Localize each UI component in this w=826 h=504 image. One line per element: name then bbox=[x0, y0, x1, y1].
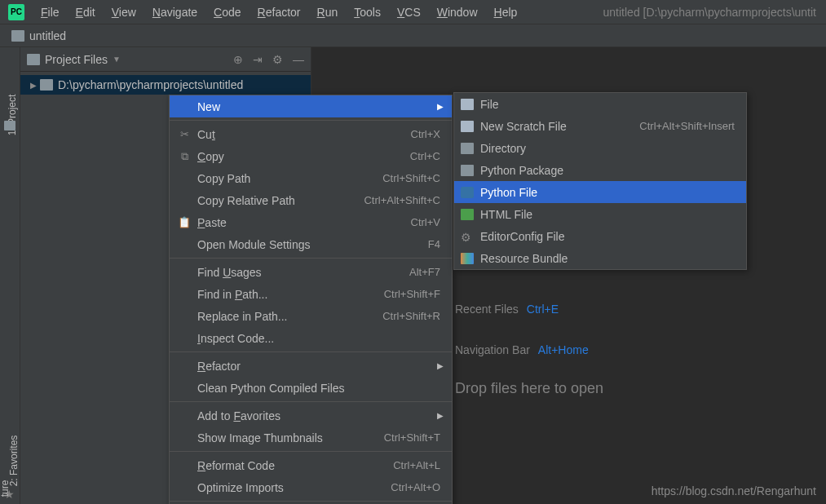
gutter-structure[interactable]: ture bbox=[0, 480, 11, 497]
hide-icon[interactable]: — bbox=[293, 53, 304, 66]
folder-icon bbox=[11, 30, 24, 42]
ctx-find-in-path-[interactable]: Find in Path...Ctrl+Shift+F bbox=[170, 283, 452, 305]
ctx-show-image-thumbnails[interactable]: Show Image ThumbnailsCtrl+Shift+T bbox=[170, 427, 452, 449]
breadcrumb-text: untitled bbox=[29, 29, 66, 42]
menu-code[interactable]: Code bbox=[205, 2, 249, 22]
menu-edit[interactable]: Edit bbox=[68, 2, 104, 22]
menu-navigate[interactable]: Navigate bbox=[144, 2, 205, 22]
tree-path: D:\pycharm\pycharmprojects\untitled bbox=[58, 78, 243, 91]
ctx-clean-python-compiled-files[interactable]: Clean Python Compiled Files bbox=[170, 377, 452, 399]
ctx-replace-in-path-[interactable]: Replace in Path...Ctrl+Shift+R bbox=[170, 305, 452, 327]
hint-recent: Recent Files Ctrl+E bbox=[455, 300, 559, 317]
app-icon: PC bbox=[8, 4, 24, 20]
window-title: untitled [D:\pycharm\pycharmprojects\unt… bbox=[603, 6, 823, 19]
new-editorconfig-file[interactable]: ⚙EditorConfig File bbox=[454, 225, 746, 247]
ctx-cut[interactable]: ✂CutCtrl+X bbox=[170, 123, 452, 145]
ctx-optimize-imports[interactable]: Optimize ImportsCtrl+Alt+O bbox=[170, 476, 452, 498]
new-submenu: FileNew Scratch FileCtrl+Alt+Shift+Inser… bbox=[453, 92, 747, 270]
gear-icon[interactable]: ⚙ bbox=[272, 53, 283, 66]
ctx-open-module-settings[interactable]: Open Module SettingsF4 bbox=[170, 233, 452, 255]
sidebar-header: Project Files ▼ ⊕ ⇥ ⚙ — bbox=[20, 47, 311, 72]
new-python-package[interactable]: Python Package bbox=[454, 159, 746, 181]
hint-nav: Navigation Bar Alt+Home bbox=[455, 341, 589, 358]
chevron-right-icon[interactable]: ▶ bbox=[30, 81, 37, 90]
menu-view[interactable]: View bbox=[104, 2, 144, 22]
menu-run[interactable]: Run bbox=[309, 2, 347, 22]
hint-drop: Drop files here to open bbox=[455, 380, 603, 397]
ctx-find-usages[interactable]: Find UsagesAlt+F7 bbox=[170, 261, 452, 283]
menubar: PC FileEditViewNavigateCodeRefactorRunTo… bbox=[0, 0, 826, 24]
structure-gutter: ture bbox=[0, 480, 20, 504]
folder-icon bbox=[40, 79, 53, 91]
ctx-inspect-code-[interactable]: Inspect Code... bbox=[170, 327, 452, 349]
new-new-scratch-file[interactable]: New Scratch FileCtrl+Alt+Shift+Insert bbox=[454, 115, 746, 137]
new-resource-bundle[interactable]: Resource Bundle bbox=[454, 247, 746, 269]
chevron-down-icon[interactable]: ▼ bbox=[113, 55, 121, 64]
ctx-refactor[interactable]: Refactor▶ bbox=[170, 355, 452, 377]
ctx-copy[interactable]: ⧉CopyCtrl+C bbox=[170, 145, 452, 167]
breadcrumb: untitled bbox=[0, 24, 826, 47]
new-directory[interactable]: Directory bbox=[454, 137, 746, 159]
new-python-file[interactable]: Python File bbox=[454, 181, 746, 203]
gutter-favorites[interactable]: 2: Favorites bbox=[8, 435, 20, 487]
menu-file[interactable]: File bbox=[33, 2, 68, 22]
left-gutter: 1: Project 2: Favorites ★ bbox=[0, 47, 20, 504]
tree-root[interactable]: ▶ D:\pycharm\pycharmprojects\untitled bbox=[20, 75, 311, 95]
menu-help[interactable]: Help bbox=[486, 2, 526, 22]
ctx-paste[interactable]: 📋PasteCtrl+V bbox=[170, 211, 452, 233]
collapse-icon[interactable]: ⇥ bbox=[253, 53, 263, 66]
menu-tools[interactable]: Tools bbox=[346, 2, 389, 22]
ctx-new[interactable]: New▶ bbox=[170, 95, 452, 117]
menu-vcs[interactable]: VCS bbox=[389, 2, 429, 22]
folder-icon bbox=[27, 54, 40, 65]
target-icon[interactable]: ⊕ bbox=[233, 53, 243, 66]
new-file[interactable]: File bbox=[454, 93, 746, 115]
new-html-file[interactable]: HTML File bbox=[454, 203, 746, 225]
sidebar-toolbar: ⊕ ⇥ ⚙ — bbox=[233, 53, 304, 66]
menu-window[interactable]: Window bbox=[429, 2, 486, 22]
ctx-add-to-favorites[interactable]: Add to Favorites▶ bbox=[170, 405, 452, 427]
menu-refactor[interactable]: Refactor bbox=[250, 2, 309, 22]
context-menu: New▶✂CutCtrl+X⧉CopyCtrl+CCopy PathCtrl+S… bbox=[169, 95, 453, 504]
sidebar-title[interactable]: Project Files bbox=[45, 53, 108, 66]
ctx-copy-path[interactable]: Copy PathCtrl+Shift+C bbox=[170, 167, 452, 189]
ctx-copy-relative-path[interactable]: Copy Relative PathCtrl+Alt+Shift+C bbox=[170, 189, 452, 211]
watermark: https://blog.csdn.net/Rengarhunt bbox=[652, 484, 816, 497]
folder-icon[interactable] bbox=[4, 121, 15, 130]
ctx-reformat-code[interactable]: Reformat CodeCtrl+Alt+L bbox=[170, 454, 452, 476]
